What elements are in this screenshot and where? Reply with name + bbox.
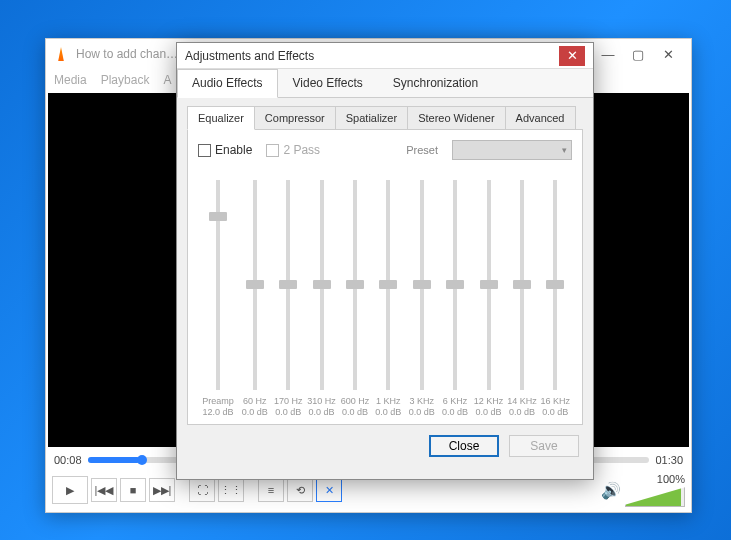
audio-subtab-row: Equalizer Compressor Spatializer Stereo … <box>187 106 583 130</box>
dialog-close-button[interactable]: ✕ <box>559 46 585 66</box>
tab-synchronization[interactable]: Synchronization <box>378 69 493 97</box>
band-db-label: 0.0 dB <box>542 407 568 418</box>
subtab-advanced[interactable]: Advanced <box>505 106 576 130</box>
subtab-compressor[interactable]: Compressor <box>254 106 336 130</box>
eq-band-slider: 12 KHz0.0 dB <box>472 176 505 418</box>
slider-thumb[interactable] <box>379 280 397 289</box>
band-freq-label: 16 KHz <box>541 396 571 407</box>
eq-sliders-row: Preamp12.0 dB60 Hz0.0 dB170 Hz0.0 dB310 … <box>198 176 572 418</box>
band-freq-label: Preamp <box>202 396 234 407</box>
twopass-label: 2 Pass <box>283 143 320 157</box>
slider-thumb[interactable] <box>209 212 227 221</box>
band-db-label: 0.0 dB <box>509 407 535 418</box>
adjustments-effects-dialog: Adjustments and Effects ✕ Audio Effects … <box>176 42 594 480</box>
slider-track[interactable] <box>286 180 290 390</box>
slider-track[interactable] <box>320 180 324 390</box>
slider-thumb[interactable] <box>446 280 464 289</box>
equalizer-panel: Enable 2 Pass Preset ▾ Preamp12.0 dB60 H… <box>187 129 583 425</box>
slider-thumb[interactable] <box>413 280 431 289</box>
volume-percent: 100% <box>657 473 685 485</box>
subtab-spatializer[interactable]: Spatializer <box>335 106 408 130</box>
minimize-button[interactable]: — <box>593 42 623 66</box>
eq-band-slider: 14 KHz0.0 dB <box>505 176 538 418</box>
enable-checkbox[interactable]: Enable <box>198 143 252 157</box>
menu-playback[interactable]: Playback <box>101 73 150 87</box>
save-button: Save <box>509 435 579 457</box>
band-freq-label: 6 KHz <box>443 396 468 407</box>
slider-track[interactable] <box>487 180 491 390</box>
band-db-label: 12.0 dB <box>203 407 234 418</box>
band-db-label: 0.0 dB <box>442 407 468 418</box>
band-db-label: 0.0 dB <box>475 407 501 418</box>
band-freq-label: 1 KHz <box>376 396 401 407</box>
slider-thumb[interactable] <box>480 280 498 289</box>
tab-video-effects[interactable]: Video Effects <box>278 69 378 97</box>
slider-thumb[interactable] <box>346 280 364 289</box>
eq-band-slider: 3 KHz0.0 dB <box>405 176 438 418</box>
band-freq-label: 170 Hz <box>274 396 303 407</box>
menu-audio[interactable]: A <box>163 73 171 87</box>
slider-thumb[interactable] <box>546 280 564 289</box>
preset-dropdown[interactable]: ▾ <box>452 140 572 160</box>
shuffle-button[interactable]: ✕ <box>316 478 342 502</box>
slider-track[interactable] <box>420 180 424 390</box>
eq-band-slider: 1 KHz0.0 dB <box>372 176 405 418</box>
next-button[interactable]: ▶▶| <box>149 478 175 502</box>
subtab-equalizer[interactable]: Equalizer <box>187 106 255 130</box>
slider-thumb[interactable] <box>513 280 531 289</box>
speaker-icon[interactable]: 🔊 <box>601 481 621 500</box>
vlc-cone-icon <box>54 47 68 61</box>
slider-thumb[interactable] <box>313 280 331 289</box>
band-freq-label: 12 KHz <box>474 396 504 407</box>
ext-settings-button[interactable]: ⋮⋮ <box>218 478 244 502</box>
subtab-stereo-widener[interactable]: Stereo Widener <box>407 106 505 130</box>
loop-button[interactable]: ⟲ <box>287 478 313 502</box>
slider-track[interactable] <box>520 180 524 390</box>
preset-label: Preset <box>406 144 438 156</box>
band-freq-label: 3 KHz <box>409 396 434 407</box>
band-freq-label: 14 KHz <box>507 396 537 407</box>
slider-track[interactable] <box>386 180 390 390</box>
slider-track[interactable] <box>553 180 557 390</box>
fullscreen-button[interactable]: ⛶ <box>189 478 215 502</box>
band-freq-label: 310 Hz <box>307 396 336 407</box>
eq-preamp-slider: Preamp12.0 dB <box>198 176 238 418</box>
eq-options-row: Enable 2 Pass Preset ▾ <box>198 140 572 160</box>
close-window-button[interactable]: ✕ <box>653 42 683 66</box>
seek-knob[interactable] <box>137 455 147 465</box>
prev-button[interactable]: |◀◀ <box>91 478 117 502</box>
dialog-title: Adjustments and Effects <box>185 49 559 63</box>
eq-band-slider: 16 KHz0.0 dB <box>539 176 572 418</box>
eq-band-slider: 6 KHz0.0 dB <box>438 176 471 418</box>
band-freq-label: 60 Hz <box>243 396 267 407</box>
tab-audio-effects[interactable]: Audio Effects <box>177 69 278 98</box>
playlist-button[interactable]: ≡ <box>258 478 284 502</box>
time-total: 01:30 <box>655 454 683 466</box>
menu-media[interactable]: Media <box>54 73 87 87</box>
maximize-button[interactable]: ▢ <box>623 42 653 66</box>
dialog-footer: Close Save <box>177 425 593 467</box>
band-db-label: 0.0 dB <box>375 407 401 418</box>
slider-track[interactable] <box>253 180 257 390</box>
slider-track[interactable] <box>453 180 457 390</box>
twopass-checkbox: 2 Pass <box>266 143 320 157</box>
slider-thumb[interactable] <box>246 280 264 289</box>
band-db-label: 0.0 dB <box>309 407 335 418</box>
play-button[interactable]: ▶ <box>52 476 88 504</box>
band-db-label: 0.0 dB <box>342 407 368 418</box>
seek-fill <box>88 457 140 463</box>
band-freq-label: 600 Hz <box>341 396 370 407</box>
band-db-label: 0.0 dB <box>275 407 301 418</box>
slider-track[interactable] <box>353 180 357 390</box>
stop-button[interactable]: ■ <box>120 478 146 502</box>
close-button[interactable]: Close <box>429 435 499 457</box>
slider-track[interactable] <box>216 180 220 390</box>
slider-thumb[interactable] <box>279 280 297 289</box>
eq-band-slider: 310 Hz0.0 dB <box>305 176 338 418</box>
eq-band-slider: 600 Hz0.0 dB <box>338 176 371 418</box>
volume-slider[interactable] <box>625 485 685 507</box>
volume-group: 🔊 100% <box>601 473 685 507</box>
eq-band-slider: 60 Hz0.0 dB <box>238 176 271 418</box>
band-db-label: 0.0 dB <box>242 407 268 418</box>
enable-label: Enable <box>215 143 252 157</box>
